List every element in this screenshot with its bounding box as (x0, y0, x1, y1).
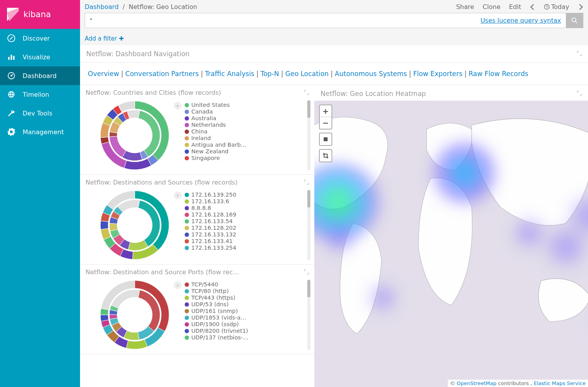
add-filter-button[interactable]: Add a filter ✚ (80, 32, 588, 45)
legend-item[interactable]: 172.16.133.132 (185, 231, 236, 238)
legend-item[interactable]: 172.16.133.6 (185, 198, 236, 204)
legend-item[interactable]: TCP/443 (https) (185, 295, 249, 301)
legend-dot (185, 282, 189, 287)
legend-toggle-icon[interactable]: › (174, 281, 182, 289)
nav-link-geo-location[interactable]: Geo Location (285, 70, 329, 78)
legend-item[interactable]: 172.16.128.202 (185, 225, 236, 231)
legend-item[interactable]: Ireland (185, 135, 249, 141)
scrollbar[interactable] (307, 100, 310, 170)
time-next-icon[interactable] (578, 4, 583, 10)
nav-link-raw-flow-records[interactable]: Raw Flow Records (469, 70, 528, 78)
geo-map[interactable]: © OpenStreetMap contributors , Elastic M… (314, 101, 588, 387)
expand-icon[interactable] (304, 269, 309, 275)
legend-item[interactable]: UDP/1853 (vids-avtp) (185, 314, 249, 321)
donut-chart[interactable] (100, 100, 170, 170)
legend-label: TCP/443 (https) (191, 295, 235, 301)
scrollbar[interactable] (307, 280, 310, 350)
legend-toggle-icon[interactable]: › (174, 102, 182, 110)
nav-link-overview[interactable]: Overview (88, 70, 119, 78)
elastic-maps-link[interactable]: Elastic Maps Service (534, 380, 586, 386)
sidebar-item-label: Visualize (23, 53, 50, 61)
legend-item[interactable]: 172.16.139.250 (185, 192, 236, 198)
edit-button[interactable]: Edit (509, 3, 521, 11)
legend-item[interactable]: UDP/161 (snmp) (185, 308, 249, 314)
nav-link-traffic-analysis[interactable]: Traffic Analysis (205, 70, 255, 78)
sidebar-item-label: Dashboard (23, 72, 57, 80)
nav-link-autonomous-systems[interactable]: Autonomous Systems (335, 70, 407, 78)
viz-title: Netflow: Destination and Source Ports (f… (86, 268, 304, 276)
zoom-out-button[interactable]: − (320, 117, 331, 129)
legend-dot (185, 110, 189, 114)
legend-dot (185, 302, 189, 307)
plus-icon: ✚ (119, 35, 124, 42)
legend-item[interactable]: United States (185, 102, 249, 108)
legend-item[interactable]: Canada (185, 108, 249, 115)
donut-chart[interactable] (100, 280, 170, 350)
kibana-logo-icon (7, 8, 19, 21)
legend-item[interactable]: 172.16.133.254 (185, 245, 236, 251)
viz-title: Netflow: Destinations and Sources (flow … (86, 179, 304, 186)
legend-label: 8.8.8.8 (191, 205, 211, 211)
sidebar-item-label: Discover (23, 35, 50, 42)
brand-logo[interactable]: kibana (0, 0, 80, 29)
nav-link-conversation-partners[interactable]: Conversation Partners (125, 70, 199, 78)
top-bar: Dashboard / Netflow: Geo Location Share … (80, 0, 588, 13)
legend-item[interactable]: China (185, 128, 249, 135)
legend-item[interactable]: UDP/8200 (trivnet1) (185, 328, 249, 334)
nav-link-flow-exporters[interactable]: Flow Exporters (413, 70, 462, 78)
sidebar-item-management[interactable]: Management (0, 122, 80, 141)
zoom-in-button[interactable]: + (320, 105, 331, 117)
search-syntax-hint[interactable]: Uses lucene query syntax (481, 17, 561, 24)
sidebar-item-dev-tools[interactable]: Dev Tools (0, 104, 80, 122)
share-button[interactable]: Share (456, 3, 474, 11)
map-panel-title: Netflow: Geo Location Heatmap (321, 90, 577, 98)
legend-item[interactable]: UDP/1900 (ssdp) (185, 321, 249, 327)
time-prev-icon[interactable] (530, 4, 535, 10)
sidebar-item-discover[interactable]: Discover (0, 29, 80, 48)
expand-icon[interactable] (304, 179, 309, 186)
expand-icon[interactable] (577, 51, 582, 57)
legend-item[interactable]: New Zealand (185, 148, 249, 154)
legend-dot (185, 336, 189, 340)
left-column: Netflow: Countries and Cities (flow reco… (80, 85, 314, 387)
fit-bounds-button[interactable] (319, 133, 332, 146)
breadcrumb-root[interactable]: Dashboard (85, 3, 119, 11)
legend-item[interactable]: 172.16.128.169 (185, 211, 236, 218)
legend-item[interactable]: 8.8.8.8 (185, 205, 236, 211)
sidebar-item-visualize[interactable]: Visualize (0, 48, 80, 66)
legend-item[interactable]: UDP/137 (netbios-… (185, 334, 249, 341)
legend-dot (185, 156, 189, 160)
legend-item[interactable]: Antigua and Barbu… (185, 142, 249, 148)
search-input[interactable] (90, 17, 481, 24)
sidebar-item-dashboard[interactable]: Dashboard (0, 66, 80, 85)
nav-links-row: Overview|Conversation Partners|Traffic A… (80, 63, 588, 85)
legend-item[interactable]: Singapore (185, 155, 249, 161)
legend-item[interactable]: Netherlands (185, 122, 249, 128)
clone-button[interactable]: Clone (483, 3, 500, 11)
sidebar-item-timelion[interactable]: Timelion (0, 85, 80, 104)
nav-link-top-n[interactable]: Top-N (260, 70, 279, 78)
expand-icon[interactable] (577, 91, 582, 97)
legend-item[interactable]: UDP/53 (dns) (185, 301, 249, 307)
legend-item[interactable]: Australia (185, 115, 249, 121)
brand-name: kibana (23, 10, 51, 19)
donut-chart[interactable] (100, 190, 170, 260)
legend-list: TCP/5440TCP/80 (http)TCP/443 (https)UDP/… (185, 281, 249, 341)
legend-label: 172.16.133.41 (191, 238, 233, 244)
legend-item[interactable]: TCP/5440 (185, 281, 249, 288)
gauge-icon (7, 71, 16, 80)
legend-dot (185, 246, 189, 250)
time-picker-button[interactable]: Today (544, 3, 569, 11)
svg-rect-14 (324, 137, 328, 141)
legend-label: 172.16.128.169 (191, 211, 236, 218)
legend-dot (185, 199, 189, 204)
scrollbar[interactable] (307, 190, 310, 260)
legend-toggle-icon[interactable]: › (174, 192, 182, 199)
legend-item[interactable]: 172.16.133.54 (185, 218, 236, 224)
legend-item[interactable]: TCP/80 (http) (185, 288, 249, 294)
search-button[interactable] (566, 13, 583, 28)
expand-icon[interactable] (304, 90, 309, 96)
osm-link[interactable]: OpenStreetMap (457, 380, 497, 386)
crop-button[interactable] (319, 149, 332, 162)
legend-item[interactable]: 172.16.133.41 (185, 238, 236, 244)
